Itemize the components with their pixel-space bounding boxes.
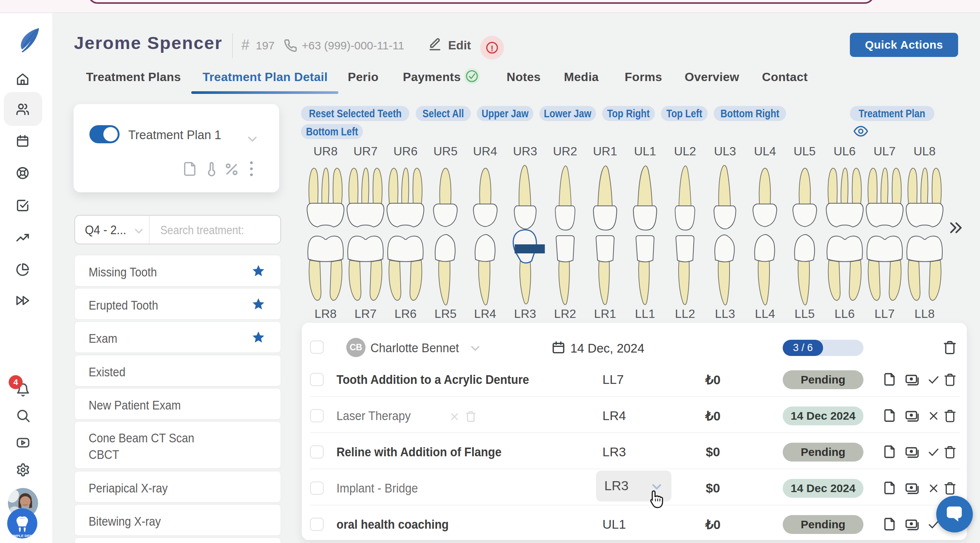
svg-text:UR3: UR3: [513, 144, 537, 158]
svg-text:SIMPLE DENT: SIMPLE DENT: [10, 533, 34, 538]
svg-text:UL5: UL5: [794, 144, 816, 158]
svg-text:LL8: LL8: [914, 307, 934, 321]
svg-text:UR2: UR2: [553, 144, 577, 158]
svg-text:UL3: UL3: [714, 144, 736, 158]
svg-text:UL8: UL8: [913, 144, 936, 158]
svg-text:UL2: UL2: [674, 144, 696, 158]
svg-text:LR6: LR6: [395, 307, 417, 321]
svg-text:LR4: LR4: [474, 307, 496, 321]
svg-text:LL5: LL5: [794, 307, 815, 321]
svg-text:UL7: UL7: [873, 144, 896, 158]
svg-text:LL1: LL1: [635, 307, 655, 321]
svg-text:UR4: UR4: [473, 144, 497, 158]
svg-text:UL4: UL4: [754, 144, 776, 158]
svg-text:LL7: LL7: [874, 307, 894, 321]
svg-text:LR5: LR5: [434, 307, 457, 321]
svg-text:UR8: UR8: [313, 144, 337, 158]
svg-text:LR1: LR1: [594, 307, 616, 321]
svg-text:UL1: UL1: [634, 144, 656, 158]
svg-text:LR8: LR8: [315, 307, 337, 321]
svg-text:UL6: UL6: [834, 144, 856, 158]
svg-text:LL2: LL2: [675, 307, 695, 321]
svg-text:UR1: UR1: [593, 144, 617, 158]
svg-text:LR7: LR7: [355, 307, 377, 321]
svg-text:UR7: UR7: [353, 144, 378, 158]
svg-text:LR2: LR2: [554, 307, 576, 321]
svg-text:LR3: LR3: [514, 307, 536, 321]
svg-text:UR6: UR6: [393, 144, 418, 158]
svg-text:LL4: LL4: [755, 307, 775, 321]
svg-text:UR5: UR5: [433, 144, 458, 158]
svg-text:LL3: LL3: [715, 307, 735, 321]
svg-text:LL6: LL6: [834, 307, 854, 321]
